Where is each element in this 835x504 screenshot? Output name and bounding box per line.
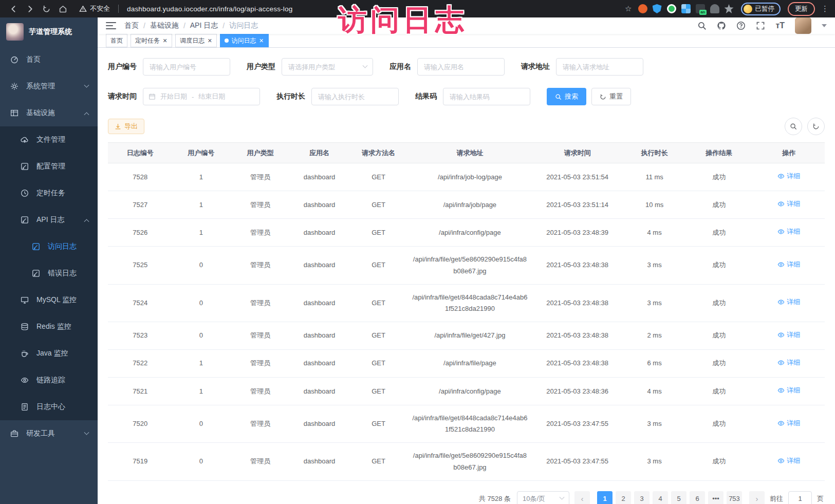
breadcrumb-item[interactable]: 首页 xyxy=(124,21,139,30)
detail-link[interactable]: 详细 xyxy=(777,259,800,270)
refresh-table-button[interactable] xyxy=(807,118,825,135)
browser-back-button[interactable] xyxy=(6,2,21,16)
hamburger-icon[interactable] xyxy=(106,20,116,31)
chevron-down-icon[interactable] xyxy=(822,24,827,27)
browser-forward-button[interactable] xyxy=(23,2,37,16)
sidebar-item-cron-job[interactable]: 定时任务 xyxy=(0,180,98,207)
browser-chrome: 不安全 dashboard.yudao.iocoder.cn/infra/log… xyxy=(0,0,835,17)
docs-help-icon[interactable] xyxy=(736,21,746,30)
browser-reload-button[interactable] xyxy=(39,2,53,16)
page-ellipsis[interactable]: ••• xyxy=(708,491,723,504)
cell-url: /api/infra/file/get/427.jpg xyxy=(409,322,531,349)
extensions-row xyxy=(638,4,734,13)
detail-label: 详细 xyxy=(787,385,800,396)
header-search-icon[interactable] xyxy=(697,21,707,30)
sidebar-item-log-center[interactable]: 日志中心 xyxy=(0,394,98,420)
sidebar-item-trace[interactable]: 链路追踪 xyxy=(0,367,98,394)
cell-result: 成功 xyxy=(685,163,753,191)
fullscreen-icon[interactable] xyxy=(756,21,765,30)
app-logo xyxy=(6,23,24,41)
search-button[interactable]: 搜索 xyxy=(547,88,586,105)
detail-link[interactable]: 详细 xyxy=(777,418,800,429)
security-chip[interactable]: 不安全 xyxy=(79,4,110,13)
user-id-input[interactable] xyxy=(143,58,230,76)
reset-button[interactable]: 重置 xyxy=(591,88,631,105)
date-range-picker[interactable]: 开始日期 - 结束日期 xyxy=(143,88,260,105)
breadcrumb-item[interactable]: API 日志 xyxy=(190,21,218,30)
detail-link[interactable]: 详细 xyxy=(777,329,800,341)
github-icon[interactable] xyxy=(717,21,726,30)
close-icon[interactable]: × xyxy=(258,37,264,44)
cell-id: 7528 xyxy=(108,163,173,191)
access-log-table: 日志编号用户编号用户类型应用名请求方法名请求地址请求时间执行时长操作结果操作 7… xyxy=(108,142,825,481)
page-size-select[interactable]: 10条/页 xyxy=(517,491,569,504)
page-button-4[interactable]: 4 xyxy=(653,491,668,504)
request-url-input[interactable] xyxy=(556,58,643,76)
sidebar-item-mysql-monitor[interactable]: MySQL 监控 xyxy=(0,287,98,313)
next-page-button[interactable]: › xyxy=(749,491,765,504)
table-row: 75240管理员dashboardGET/api/infra/file/get/… xyxy=(108,284,825,322)
cell-method: GET xyxy=(348,405,409,443)
prev-page-button[interactable]: ‹ xyxy=(574,491,590,504)
browser-home-button[interactable] xyxy=(55,2,70,16)
sidebar-item-error-log[interactable]: 错误日志 xyxy=(0,260,98,287)
page-button-5[interactable]: 5 xyxy=(671,491,686,504)
sidebar-item-file-management[interactable]: 文件管理 xyxy=(0,126,98,153)
page-button-2[interactable]: 2 xyxy=(616,491,631,504)
detail-link[interactable]: 详细 xyxy=(777,198,800,210)
cell-time: 2021-05-03 23:48:38 xyxy=(531,322,624,349)
tab-cron-job[interactable]: 定时任务× xyxy=(131,34,172,47)
browser-menu-icon[interactable]: ⋮ xyxy=(821,4,829,13)
goto-page-input[interactable] xyxy=(788,491,812,504)
export-button[interactable]: 导出 xyxy=(108,119,144,134)
extension-icon[interactable] xyxy=(667,4,676,13)
sidebar-item-redis-monitor[interactable]: Redis 监控 xyxy=(0,313,98,340)
sidebar-item-access-log[interactable]: 访问日志 xyxy=(0,233,98,260)
page-button-1[interactable]: 1 xyxy=(597,491,613,504)
detail-link[interactable]: 详细 xyxy=(777,385,800,396)
close-icon[interactable]: × xyxy=(207,37,212,44)
close-icon[interactable]: × xyxy=(162,37,168,44)
sidebar-item-api-log[interactable]: API 日志 xyxy=(0,207,98,233)
cell-method: GET xyxy=(348,247,409,284)
detail-link[interactable]: 详细 xyxy=(777,455,800,466)
sidebar-item-config-management[interactable]: 配置管理 xyxy=(0,153,98,180)
browser-profile-button[interactable]: 已暂停 xyxy=(741,3,781,15)
extension-icon[interactable] xyxy=(696,4,705,13)
font-size-icon[interactable]: тT xyxy=(775,21,785,30)
breadcrumb-item[interactable]: 基础设施 xyxy=(150,21,179,30)
tab-access-log[interactable]: 访问日志× xyxy=(220,34,268,47)
extension-icon[interactable] xyxy=(638,4,647,13)
user-type-select[interactable] xyxy=(282,58,373,76)
app-name-input[interactable] xyxy=(417,58,505,76)
sidebar-item-home[interactable]: 首页 xyxy=(0,46,98,73)
sidebar-item-infrastructure[interactable]: 基础设施 xyxy=(0,100,98,126)
detail-link[interactable]: 详细 xyxy=(777,171,800,182)
bookmark-star-icon[interactable]: ☆ xyxy=(625,4,632,13)
sidebar-item-system-management[interactable]: 系统管理 xyxy=(0,73,98,100)
app-logo-row[interactable]: 芋道管理系统 xyxy=(0,17,98,46)
duration-input[interactable] xyxy=(311,88,399,105)
cell-method: GET xyxy=(348,219,409,247)
user-avatar[interactable] xyxy=(795,17,811,34)
toggle-search-button[interactable] xyxy=(785,118,802,135)
result-code-input[interactable] xyxy=(443,88,530,105)
detail-link[interactable]: 详细 xyxy=(777,226,800,237)
cell-actions: 详细 xyxy=(753,405,825,443)
cell-result: 成功 xyxy=(685,405,753,443)
sidebar-item-devtools[interactable]: 研发工具 xyxy=(0,420,98,447)
page-button-3[interactable]: 3 xyxy=(634,491,650,504)
address-bar[interactable]: dashboard.yudao.iocoder.cn/infra/log/api… xyxy=(127,5,292,13)
extension-icon[interactable] xyxy=(681,4,691,13)
tab-schedule-log[interactable]: 调度日志× xyxy=(175,34,217,47)
detail-link[interactable]: 详细 xyxy=(777,357,800,368)
page-button-6[interactable]: 6 xyxy=(690,491,705,504)
tab-home[interactable]: 首页 xyxy=(106,34,127,47)
extension-icon[interactable] xyxy=(725,4,734,13)
extension-icon[interactable] xyxy=(710,4,719,13)
browser-update-button[interactable]: 更新 xyxy=(788,2,815,16)
detail-link[interactable]: 详细 xyxy=(777,296,800,308)
extension-icon[interactable] xyxy=(653,4,662,13)
sidebar-item-java-monitor[interactable]: Java 监控 xyxy=(0,340,98,367)
page-button-753[interactable]: 753 xyxy=(727,491,742,504)
